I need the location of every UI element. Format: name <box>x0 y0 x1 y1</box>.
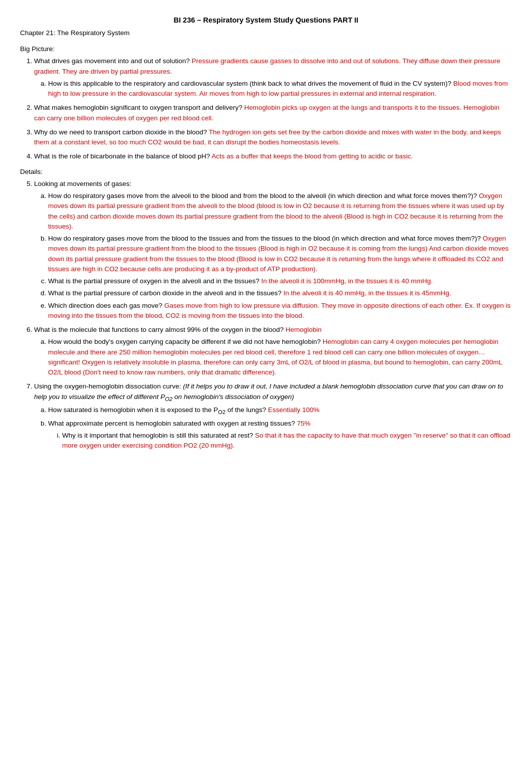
page-title: BI 236 – Respiratory System Study Questi… <box>20 15 512 26</box>
question-text: Looking at movements of gases: <box>34 180 131 187</box>
list-item: Looking at movements of gases: How do re… <box>34 179 512 321</box>
question-text: What approximate percent is hemoglobin s… <box>48 420 297 427</box>
sub-list: How would the body's oxygen carrying cap… <box>48 337 512 377</box>
details-list: Looking at movements of gases: How do re… <box>34 179 512 451</box>
list-item: How is this applicable to the respirator… <box>48 79 512 99</box>
question-text: What is the role of bicarbonate in the b… <box>34 152 211 160</box>
question-text: How do respiratory gases move from the a… <box>48 192 479 200</box>
question-text: What makes hemoglobin significant to oxy… <box>34 104 244 111</box>
answer-text: In the alveoli it is 100mmHg, in the tis… <box>261 277 433 285</box>
question-text: What is the molecule that functions to c… <box>34 326 286 333</box>
list-item: What approximate percent is hemoglobin s… <box>48 419 512 451</box>
details-section: Details: Looking at movements of gases: … <box>20 167 512 451</box>
big-picture-section: Big Picture: What drives gas movement in… <box>20 44 512 162</box>
list-item: What is the partial pressure of carbon d… <box>48 288 512 298</box>
list-item: Why do we need to transport carbon dioxi… <box>34 127 512 148</box>
question-text: What drives gas movement into and out of… <box>34 57 191 65</box>
question-text: What is the partial pressure of carbon d… <box>48 289 284 297</box>
list-item: Using the oxygen-hemoglobin dissociation… <box>34 381 512 451</box>
list-item: What is the partial pressure of oxygen i… <box>48 276 512 286</box>
question-text: How is this applicable to the respirator… <box>48 80 453 87</box>
question-text: How would the body's oxygen carrying cap… <box>48 338 323 345</box>
list-item: Which direction does each gas move? Gase… <box>48 301 512 321</box>
list-item: How do respiratory gases move from the b… <box>48 234 512 274</box>
question-text: Why do we need to transport carbon dioxi… <box>34 128 209 136</box>
list-item: How do respiratory gases move from the a… <box>48 191 512 232</box>
details-label: Details: <box>20 167 512 177</box>
answer-text: Essentially 100% <box>268 406 320 414</box>
sub-list: How saturated is hemoglobin when it is e… <box>48 405 512 451</box>
question-text: How saturated is hemoglobin when it is e… <box>48 406 268 414</box>
answer-text: 75% <box>297 420 311 427</box>
list-item: Why is it important that hemoglobin is s… <box>62 431 512 451</box>
question-text: What is the partial pressure of oxygen i… <box>48 277 261 285</box>
question-text: How do respiratory gases move from the b… <box>48 235 482 242</box>
big-picture-label: Big Picture: <box>20 44 512 54</box>
sub-list: How is this applicable to the respirator… <box>48 79 512 99</box>
chapter-title: Chapter 21: The Respiratory System <box>20 28 512 38</box>
question-text: Why is it important that hemoglobin is s… <box>62 432 255 439</box>
answer-text: Acts as a buffer that keeps the blood fr… <box>211 152 413 160</box>
list-item: What is the role of bicarbonate in the b… <box>34 151 512 161</box>
question-text: Using the oxygen-hemoglobin dissociation… <box>34 382 183 390</box>
answer-text: Hemoglobin <box>286 326 322 333</box>
question-text: Which direction does each gas move? <box>48 302 164 309</box>
list-item: What drives gas movement into and out of… <box>34 56 512 99</box>
big-picture-list: What drives gas movement into and out of… <box>34 56 512 161</box>
list-item: What is the molecule that functions to c… <box>34 325 512 377</box>
answer-text: In the alveoli it is 40 mmHg, in the tis… <box>284 289 451 297</box>
list-item: How saturated is hemoglobin when it is e… <box>48 405 512 417</box>
list-item: How would the body's oxygen carrying cap… <box>48 337 512 377</box>
list-item: What makes hemoglobin significant to oxy… <box>34 103 512 123</box>
sub-sub-list: Why is it important that hemoglobin is s… <box>62 431 512 451</box>
sub-list: How do respiratory gases move from the a… <box>48 191 512 321</box>
